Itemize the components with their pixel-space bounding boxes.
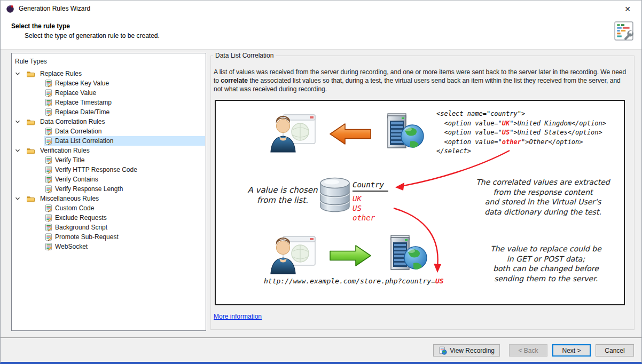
rule-doc-icon [44,242,53,251]
rule-doc-icon [44,108,53,116]
rule-doc-icon [44,233,53,241]
value-chosen-note: A value is chosen from the list. [234,185,331,205]
tree-item-replace-date-time[interactable]: Replace Date/Time [12,107,206,117]
html-select-code: <select name="country"> <option value="U… [436,109,606,156]
wizard-rules-icon [614,21,634,41]
request-arrow-right-icon [329,244,372,267]
country-list: Country UK US other [353,180,388,223]
user-browser-icon [269,234,317,275]
data-list-correlation-panel: Data List Correlation A list of values w… [210,56,635,330]
tree-title: Rule Types [12,56,206,69]
tree-group-miscellaneous-rules[interactable]: Miscellaneous Rules [12,194,206,203]
tree-item-background-script[interactable]: Background Script [12,223,206,232]
wizard-body: Rule Types Replace Rules Replace Key Val… [1,50,641,337]
folder-icon [26,69,35,78]
tree-item-replace-timestamp[interactable]: Replace Timestamp [12,98,206,107]
tree-group-verification-rules[interactable]: Verification Rules [12,146,206,155]
rule-doc-icon [44,127,53,136]
tree-item-verify-http-response-code[interactable]: Verify HTTP Response Code [12,165,206,175]
page-subtitle: Select the type of generation rule to be… [1,30,641,39]
panel-title: Data List Correlation [213,52,276,59]
selected-tree-item[interactable]: Data List Correlation [44,136,205,146]
back-button[interactable]: < Back [509,344,547,357]
response-arrow-left-icon [329,122,372,146]
folder-icon [26,194,35,203]
database-icon [319,176,351,214]
tree-group-replace-rules[interactable]: Replace Rules [12,69,206,78]
correlation-diagram: <select name="country"> <option value="U… [215,100,625,305]
tree-item-data-correlation[interactable]: Data Correlation [12,126,206,136]
title-bar: Generation Rules Wizard ✕ [1,1,641,17]
panel-description: A list of values was received from the s… [214,68,630,93]
rule-doc-icon [44,98,53,107]
rule-doc-icon [44,175,53,184]
folder-icon [26,117,35,126]
chevron-down-icon[interactable] [14,69,21,78]
url-country-value: US [435,277,444,285]
tree-item-data-list-correlation[interactable]: Data List Correlation [12,136,206,146]
view-recording-button[interactable]: View Recording [433,344,500,357]
user-browser-icon [269,113,317,153]
country-list-header: Country [353,180,388,192]
chevron-down-icon[interactable] [14,194,21,203]
rule-doc-icon [44,204,53,212]
tree-item-replace-value[interactable]: Replace Value [12,88,206,98]
tree-item-promote-sub-request[interactable]: Promote Sub-Request [12,232,206,242]
tree-group-data-correlation-rules[interactable]: Data Correlation Rules [12,117,206,126]
app-logo-icon [6,4,14,13]
rule-types-tree: Rule Types Replace Rules Replace Key Val… [11,53,206,331]
rule-doc-icon [44,137,53,145]
web-server-icon [386,233,428,273]
next-button[interactable]: Next > [552,344,591,357]
rule-doc-icon [44,213,53,222]
rule-doc-icon [44,185,53,193]
chevron-down-icon[interactable] [14,117,21,126]
rule-doc-icon [44,89,53,97]
recording-doc-globe-icon [439,346,447,355]
wizard-header: Select the rule type Select the type of … [1,17,641,50]
page-title: Select the rule type [1,17,641,30]
description-bold-word: correlate [221,77,248,84]
extracted-values-note: The correlated values are extracted from… [461,177,624,217]
button-bar: View Recording < Back Next > Cancel [1,337,641,362]
tree-item-verify-response-length[interactable]: Verify Response Length [12,184,206,194]
rule-doc-icon [44,165,53,174]
more-information-link[interactable]: More information [214,313,262,320]
chevron-down-icon[interactable] [14,146,21,155]
cancel-button[interactable]: Cancel [596,344,634,357]
window-title: Generation Rules Wizard [19,5,90,12]
rule-doc-icon [44,156,53,164]
tree-item-custom-code[interactable]: Custom Code [12,203,206,213]
close-icon[interactable]: ✕ [622,4,633,14]
rule-doc-icon [44,223,53,232]
example-request-url: http://www.example.com/store.php?country… [264,277,444,286]
tree-item-verify-contains[interactable]: Verify Contains [12,175,206,184]
country-list-values: UK US other [353,194,388,223]
generation-rules-wizard-window: Generation Rules Wizard ✕ Select the rul… [0,0,642,364]
web-server-icon [382,112,425,151]
replace-value-note: The value to replace could be in GET or … [468,244,623,283]
tree-item-exclude-requests[interactable]: Exclude Requests [12,213,206,223]
tree-item-replace-key-value[interactable]: Replace Key Value [12,78,206,88]
tree-item-verify-title[interactable]: Verify Title [12,155,206,165]
rule-doc-icon [44,79,53,88]
tree-item-websocket[interactable]: WebSocket [12,242,206,251]
folder-icon [26,146,35,155]
